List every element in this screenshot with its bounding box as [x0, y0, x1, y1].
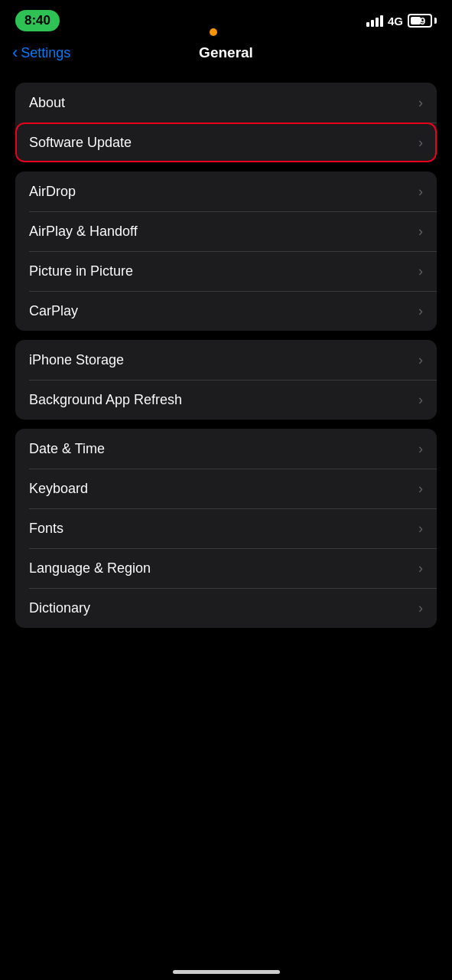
section-4: Date & Time › Keyboard › Fonts › Languag… — [15, 429, 437, 628]
network-type: 4G — [388, 15, 403, 28]
airplay-handoff-chevron-icon: › — [418, 224, 423, 238]
back-button[interactable]: ‹ Settings — [12, 44, 70, 61]
language-region-row[interactable]: Language & Region › — [15, 548, 437, 588]
background-app-refresh-row[interactable]: Background App Refresh › — [15, 380, 437, 420]
dictionary-label: Dictionary — [29, 600, 90, 616]
software-update-row[interactable]: Software Update › — [15, 122, 437, 162]
software-update-chevron-icon: › — [418, 136, 423, 149]
battery-level: 59 — [415, 15, 425, 27]
signal-bars — [366, 15, 383, 27]
airdrop-row[interactable]: AirDrop › — [15, 172, 437, 211]
section-1: About › Software Update › — [15, 83, 437, 162]
airdrop-label: AirDrop — [29, 184, 76, 200]
dictionary-chevron-icon: › — [418, 601, 423, 615]
about-row[interactable]: About › — [15, 83, 437, 122]
fonts-chevron-icon: › — [418, 521, 423, 535]
language-region-label: Language & Region — [29, 560, 151, 577]
status-right: 4G 59 — [366, 14, 437, 28]
language-region-chevron-icon: › — [418, 561, 423, 575]
dictionary-row[interactable]: Dictionary › — [15, 588, 437, 628]
picture-in-picture-chevron-icon: › — [418, 264, 423, 278]
fonts-label: Fonts — [29, 521, 63, 537]
keyboard-label: Keyboard — [29, 481, 88, 497]
back-label: Settings — [21, 45, 70, 61]
about-label: About — [29, 95, 65, 111]
date-time-chevron-icon: › — [418, 442, 423, 456]
status-time: 8:40 — [15, 10, 60, 31]
back-chevron-icon: ‹ — [12, 44, 18, 61]
airplay-handoff-label: AirPlay & Handoff — [29, 224, 138, 240]
page-title: General — [199, 44, 253, 61]
carplay-row[interactable]: CarPlay › — [15, 291, 437, 331]
section-2: AirDrop › AirPlay & Handoff › Picture in… — [15, 172, 437, 331]
background-app-refresh-chevron-icon: › — [418, 393, 423, 407]
picture-in-picture-row[interactable]: Picture in Picture › — [15, 251, 437, 291]
about-chevron-icon: › — [418, 96, 423, 109]
fonts-row[interactable]: Fonts › — [15, 508, 437, 548]
camera-indicator — [210, 28, 217, 36]
keyboard-chevron-icon: › — [418, 482, 423, 495]
date-time-row[interactable]: Date & Time › — [15, 429, 437, 469]
iphone-storage-chevron-icon: › — [418, 353, 423, 367]
airplay-handoff-row[interactable]: AirPlay & Handoff › — [15, 211, 437, 251]
airdrop-chevron-icon: › — [418, 185, 423, 198]
section-3: iPhone Storage › Background App Refresh … — [15, 340, 437, 420]
home-indicator — [173, 970, 280, 974]
background-app-refresh-label: Background App Refresh — [29, 392, 182, 408]
nav-bar: ‹ Settings General — [0, 38, 452, 74]
carplay-label: CarPlay — [29, 303, 78, 319]
keyboard-row[interactable]: Keyboard › — [15, 469, 437, 508]
battery: 59 — [408, 14, 437, 28]
software-update-label: Software Update — [29, 135, 132, 151]
iphone-storage-row[interactable]: iPhone Storage › — [15, 340, 437, 380]
carplay-chevron-icon: › — [418, 304, 423, 318]
date-time-label: Date & Time — [29, 441, 105, 457]
picture-in-picture-label: Picture in Picture — [29, 263, 133, 279]
iphone-storage-label: iPhone Storage — [29, 352, 124, 368]
status-bar: 8:40 4G 59 — [0, 0, 452, 38]
